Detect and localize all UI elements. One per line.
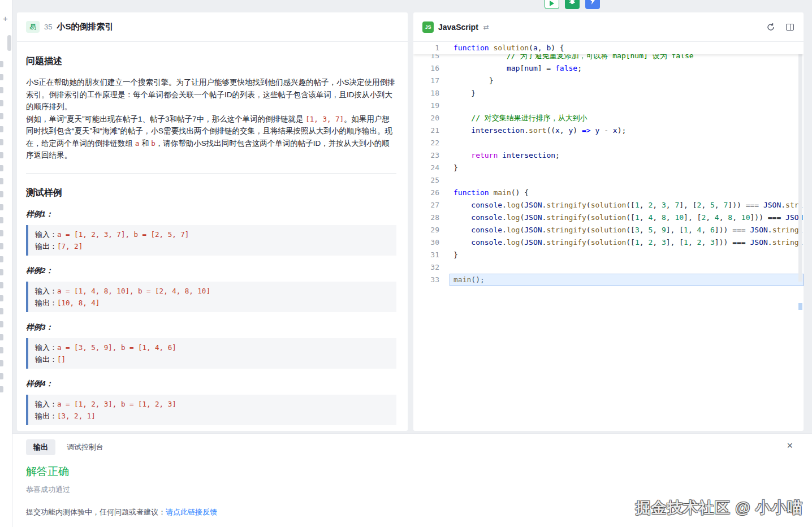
language-label: JavaScript [438, 23, 478, 32]
file-icon[interactable] [0, 243, 3, 249]
javascript-icon: JS [422, 21, 434, 33]
code-line[interactable]: 22 [413, 137, 804, 149]
code-line[interactable]: 31} [413, 249, 804, 261]
file-icon[interactable] [0, 87, 3, 93]
plus-icon[interactable]: + [3, 14, 8, 23]
code-header: JS JavaScript ⇄ [413, 12, 804, 42]
sidebar-scrollbar-thumb[interactable] [7, 35, 11, 51]
file-icon[interactable] [0, 295, 3, 301]
code-line[interactable]: 1function solution(a, b) { [413, 42, 804, 54]
file-icon[interactable] [0, 282, 3, 288]
samples-heading: 测试样例 [26, 187, 396, 199]
left-strip-icons [0, 61, 3, 399]
bug-icon [569, 0, 576, 7]
file-icon[interactable] [0, 178, 3, 184]
output-panel: 输出 调试控制台 × 解答正确 恭喜成功通过 提交功能内测体验中，任何问题或者建… [12, 433, 812, 527]
code-line[interactable]: 29 console.log(JSON.stringify(solution([… [413, 224, 804, 236]
file-icon[interactable] [0, 269, 3, 275]
code-panel: JS JavaScript ⇄ 15 // 为了避免重复添加，可以将 map[n… [413, 12, 804, 431]
code-line[interactable]: 28 console.log(JSON.stringify(solution([… [413, 211, 804, 224]
file-icon[interactable] [0, 321, 3, 327]
notice-text: 提交功能内测体验中，任何问题或者建议： [26, 508, 166, 516]
problem-id: 35 [44, 23, 52, 31]
file-icon[interactable] [0, 139, 3, 145]
file-icon[interactable] [0, 61, 3, 67]
file-icon[interactable] [0, 74, 3, 80]
file-icon[interactable] [0, 308, 3, 314]
code-line[interactable]: 27 console.log(JSON.stringify(solution([… [413, 199, 804, 211]
tab-output[interactable]: 输出 [26, 439, 55, 455]
code-line[interactable]: 19 [413, 100, 804, 112]
file-icon[interactable] [0, 152, 3, 158]
sample-label: 样例3： [26, 322, 396, 332]
code-editor[interactable]: 15 // 为了避免重复添加，可以将 map[num] 设为 false16 m… [413, 42, 804, 431]
code-line[interactable]: 20 // 对交集结果进行排序，从大到小 [413, 112, 804, 124]
code-line[interactable]: 23 return intersection; [413, 149, 804, 162]
code-line[interactable]: 32 [413, 261, 804, 274]
debug-button[interactable] [565, 0, 580, 9]
sample-box: 输入：a = [3, 5, 9], b = [1, 4, 6]输出：[] [26, 338, 396, 369]
file-icon[interactable] [0, 217, 3, 223]
problem-header: 易 35 小S的倒排索引 [17, 12, 408, 42]
play-icon [550, 1, 554, 6]
result-subtitle: 恭喜成功通过 [26, 485, 812, 495]
result-title: 解答正确 [26, 464, 812, 479]
code-line[interactable]: 33main(); [413, 274, 804, 286]
scrollbar-marker [798, 303, 802, 310]
problem-title: 小S的倒排索引 [57, 21, 113, 32]
close-icon[interactable]: × [787, 440, 793, 451]
code-line[interactable]: 18 } [413, 87, 804, 100]
submit-button[interactable] [585, 0, 600, 9]
description-paragraph: 小S正在帮助她的朋友们建立一个搜索引擎。为了让用户能够更快地找到他们感兴趣的帖子… [26, 76, 396, 113]
code-line[interactable]: 26function main() { [413, 187, 804, 199]
code-line[interactable]: 16 map[num] = false; [413, 62, 804, 75]
sample-box: 输入：a = [1, 2, 3], b = [1, 2, 3]输出：[3, 2,… [26, 395, 396, 425]
code-line[interactable]: 17 } [413, 75, 804, 87]
run-button[interactable] [545, 0, 559, 9]
sample-label: 样例4： [26, 379, 396, 389]
console-tabs: 输出 调试控制台 [26, 439, 812, 455]
file-icon[interactable] [0, 113, 3, 119]
editor-lines: 15 // 为了避免重复添加，可以将 map[num] 设为 false16 m… [413, 50, 804, 286]
problem-panel: 易 35 小S的倒排索引 问题描述 小S正在帮助她的朋友们建立一个搜索引擎。为了… [17, 12, 408, 431]
reset-code-icon[interactable] [766, 23, 775, 32]
samples-list: 样例1：输入：a = [1, 2, 3, 7], b = [2, 5, 7]输出… [26, 209, 396, 425]
file-icon[interactable] [0, 204, 3, 210]
sample-box: 输入：a = [1, 4, 8, 10], b = [2, 4, 8, 10]输… [26, 282, 396, 312]
file-icon[interactable] [0, 334, 3, 340]
tab-debug-console[interactable]: 调试控制台 [67, 442, 103, 452]
description-heading: 问题描述 [26, 55, 396, 67]
sample-box: 输入：a = [1, 2, 3, 7], b = [2, 5, 7]输出：[7,… [26, 225, 396, 256]
file-icon[interactable] [0, 230, 3, 236]
file-icon[interactable] [0, 386, 3, 392]
code-line[interactable]: 30 console.log(JSON.stringify(solution([… [413, 236, 804, 249]
file-icon[interactable] [0, 256, 3, 262]
editor-scrollbar[interactable] [798, 42, 802, 282]
file-icon[interactable] [0, 360, 3, 366]
description-paragraph: 例如，单词“夏天”可能出现在帖子1、帖子3和帖子7中，那么这个单词的倒排链就是 … [26, 113, 396, 162]
watermark: 掘金技术社区 @ 小小喵 [636, 498, 803, 518]
problem-body[interactable]: 问题描述 小S正在帮助她的朋友们建立一个搜索引擎。为了让用户能够更快地找到他们感… [17, 42, 408, 425]
problem-description: 小S正在帮助她的朋友们建立一个搜索引擎。为了让用户能够更快地找到他们感兴趣的帖子… [26, 76, 396, 162]
language-switch-icon[interactable]: ⇄ [483, 23, 489, 31]
file-icon[interactable] [0, 347, 3, 353]
file-icon[interactable] [0, 126, 3, 132]
code-line[interactable]: 25 [413, 174, 804, 187]
file-icon[interactable] [0, 165, 3, 171]
collapsed-sidebar: + [0, 0, 12, 527]
lightning-icon [590, 0, 596, 7]
difficulty-badge: 易 [26, 21, 40, 33]
sample-label: 样例2： [26, 266, 396, 276]
file-icon[interactable] [0, 191, 3, 197]
file-icon[interactable] [0, 373, 3, 379]
section-divider [26, 173, 396, 174]
feedback-link[interactable]: 请点此链接反馈 [166, 508, 217, 516]
layout-split-icon[interactable] [785, 23, 794, 32]
code-line[interactable]: 24} [413, 162, 804, 174]
sample-label: 样例1： [26, 209, 396, 219]
code-line[interactable]: 21 intersection.sort((x, y) => y - x); [413, 124, 804, 137]
sticky-line[interactable]: 1function solution(a, b) { [413, 42, 804, 54]
file-icon[interactable] [0, 100, 3, 106]
